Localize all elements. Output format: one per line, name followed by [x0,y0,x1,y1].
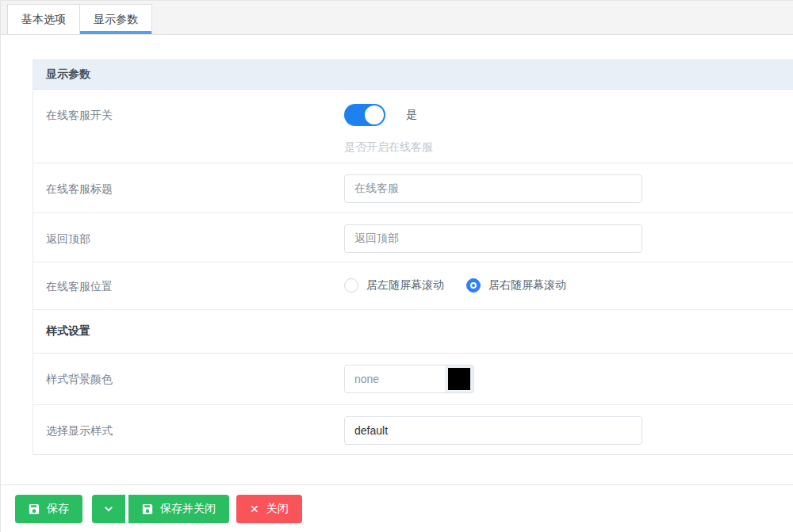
section-title: 显示参数 [46,67,90,82]
settings-window: 基本选项 显示参数 显示参数 在线客服开关 是 [0,0,793,532]
form-row-bg-color: 样式背景颜色 [33,354,793,405]
toggle-state-label: 是 [406,108,417,122]
tab-display-params[interactable]: 显示参数 [80,4,152,34]
save-button[interactable]: 保存 [15,495,82,523]
field-label: 在线客服位置 [33,262,344,309]
save-icon [142,503,153,515]
form-row-display-style: 选择显示样式 [33,405,793,455]
service-title-input[interactable] [344,174,642,203]
tab-display-params-label: 显示参数 [94,13,138,27]
chevron-down-icon [104,504,113,514]
save-icon [29,503,40,515]
form-row-back-to-top: 返回顶部 [33,213,793,262]
tab-basic-options[interactable]: 基本选项 [7,4,80,34]
back-to-top-input[interactable] [344,224,642,253]
form-row-service-title: 在线客服标题 [33,163,793,213]
field-helper-text: 是否开启在线客服 [344,140,786,155]
field-label: 样式背景颜色 [33,354,344,404]
tab-bar: 基本选项 显示参数 [1,0,793,35]
close-button-label: 关闭 [266,502,289,516]
close-button[interactable]: ✕ 关闭 [236,495,302,523]
footer-action-bar: 保存 保存并关闭 ✕ 关闭 [1,484,793,532]
section-header: 显示参数 [33,60,793,90]
save-button-label: 保存 [47,502,69,516]
field-label: 在线客服标题 [33,163,344,212]
tab-panel-display-params: 显示参数 在线客服开关 是 是否开启在线客服 在线客服标题 [1,35,793,484]
save-and-close-button[interactable]: 保存并关闭 [128,495,229,523]
field-label: 在线客服开关 [33,90,344,163]
display-style-select[interactable] [344,416,642,445]
close-icon: ✕ [250,503,259,515]
bg-color-input[interactable] [345,366,445,392]
tab-basic-options-label: 基本选项 [21,13,66,27]
save-dropdown-button[interactable] [92,495,125,523]
color-swatch[interactable] [448,368,470,390]
settings-form: 显示参数 在线客服开关 是 是否开启在线客服 在线客服标题 [33,59,793,455]
subsection-style-settings: 样式设置 [33,310,793,354]
radio-position-right[interactable] [466,278,481,293]
toggle-knob [365,105,384,124]
field-label: 选择显示样式 [33,405,344,454]
form-row-service-position: 在线客服位置 居左随屏幕滚动 居右随屏幕滚动 [33,262,793,310]
radio-dot [470,282,477,289]
form-row-service-switch: 在线客服开关 是 是否开启在线客服 [33,90,793,163]
field-label: 返回顶部 [33,213,344,262]
save-and-close-button-label: 保存并关闭 [160,502,216,516]
bg-color-field [344,365,474,393]
radio-position-left[interactable] [344,278,358,293]
radio-position-right-label: 居右随屏幕滚动 [488,278,566,293]
service-switch-toggle[interactable] [344,104,385,126]
color-picker-addon[interactable] [445,366,473,392]
radio-position-left-label: 居左随屏幕滚动 [366,278,444,293]
